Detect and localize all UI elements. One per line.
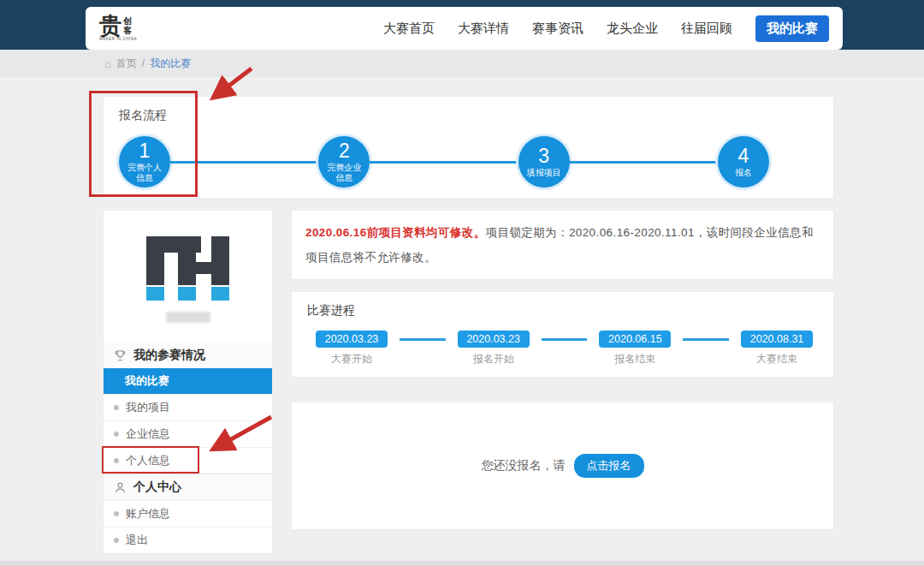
step-connector [170,161,318,164]
site-logo[interactable]: 贵 创 客 MAKER IN CHINA [99,15,137,42]
notice-highlight: 2020.06.16前项目资料均可修改。 [305,226,486,239]
milestone-start: 2020.03.23 大赛开始 [316,331,388,348]
menu-item-label: 企业信息 [126,426,170,442]
menu-item-label: 我的比赛 [125,373,169,389]
nav-item-past[interactable]: 往届回顾 [681,21,732,37]
milestone-date-pill: 2020.03.23 [458,331,530,348]
logo-mascot-glyph: 贵 [99,15,121,37]
step-number: 4 [738,146,749,166]
milestone-date-pill: 2020.03.23 [316,331,388,348]
step-number: 2 [339,141,350,161]
milestone-signup-end: 2020.06.15 报名结束 [599,331,671,348]
step-label: 填报项目 [522,168,566,178]
step-3-circle[interactable]: 3 填报项目 [518,136,570,188]
lock-period-notice: 2020.06.16前项目资料均可修改。项目锁定期为：2020.06.16-20… [291,210,834,280]
bullet-dot-icon [114,458,119,463]
menu-section-participation: 我的参赛情况 [104,343,272,368]
menu-section-personal-center: 个人中心 [104,474,272,500]
site-header: 贵 创 客 MAKER IN CHINA 大赛首页 大赛详情 赛事资讯 龙头企业… [86,7,843,50]
nav-item-home[interactable]: 大赛首页 [383,21,435,37]
competition-progress-card: 比赛进程 2020.03.23 大赛开始 2020.03.23 报名开始 202… [291,291,834,378]
milestone-label: 大赛开始 [316,352,388,366]
timeline-connector [542,338,588,341]
breadcrumb: ⌂ 首页 / 我的比赛 [0,50,924,77]
milestone-date-pill: 2020.06.15 [599,331,671,348]
milestone-label: 大赛结束 [741,352,813,366]
click-to-register-button[interactable]: 点击报名 [574,454,644,478]
registration-process-card: 报名流程 1 完善个人信息 2 完善企业信息 3 填报项目 4 报名 [103,96,834,199]
step-connector [370,161,518,164]
step-connector [570,161,718,164]
nav-item-enterprises[interactable]: 龙头企业 [607,21,658,37]
competition-timeline: 2020.03.23 大赛开始 2020.03.23 报名开始 2020.06.… [307,331,818,348]
process-title: 报名流程 [119,108,167,123]
breadcrumb-current: 我的比赛 [150,57,191,71]
registration-status-card: 您还没报名，请 点击报名 [291,402,834,530]
sidebar-item-logout[interactable]: 退出 [104,527,272,553]
step-1-circle[interactable]: 1 完善个人信息 [119,136,170,188]
menu-item-label: 我的项目 [126,400,170,415]
milestone-end: 2020.08.31 大赛结束 [741,331,813,348]
menu-item-label: 退出 [126,533,148,548]
timeline-connector [683,338,729,341]
home-icon: ⌂ [104,57,111,70]
nav-item-news[interactable]: 赛事资讯 [532,21,583,37]
milestone-label: 报名开始 [458,352,530,366]
logo-char-1: 创 [123,17,132,26]
step-number: 3 [538,146,549,166]
avatar-logo [146,236,230,301]
breadcrumb-separator: / [142,57,145,69]
sidebar-item-company-info[interactable]: 企业信息 [104,420,272,447]
step-label: 完善个人信息 [119,163,170,183]
bottom-strip [0,561,924,566]
milestone-signup-start: 2020.03.23 报名开始 [458,331,530,348]
trophy-icon [114,349,127,362]
main-content: 2020.06.16前项目资料均可修改。项目锁定期为：2020.06.16-20… [291,210,834,530]
avatar-card [103,210,273,343]
milestone-date-pill: 2020.08.31 [741,331,813,348]
step-2-circle[interactable]: 2 完善企业信息 [318,136,370,188]
step-4-circle[interactable]: 4 报名 [718,136,769,188]
breadcrumb-home-link[interactable]: 首页 [116,57,137,71]
bullet-dot-icon [114,432,119,437]
nav-item-details[interactable]: 大赛详情 [458,21,509,37]
sidebar-item-my-projects[interactable]: 我的项目 [104,394,272,420]
sidebar-item-personal-info[interactable]: 个人信息 [104,447,272,474]
progress-title: 比赛进程 [307,303,818,319]
step-label: 完善企业信息 [318,163,370,183]
sidebar: 我的参赛情况 我的比赛 我的项目 企业信息 个人信息 个人中心 [103,210,273,554]
bullet-dot-icon [114,538,119,543]
user-icon [114,481,127,494]
bullet-dot-icon [114,511,119,516]
bullet-dot-icon [114,405,119,410]
sidebar-menu: 我的参赛情况 我的比赛 我的项目 企业信息 个人信息 个人中心 [103,343,273,554]
menu-item-label: 账户信息 [126,506,170,521]
milestone-label: 报名结束 [599,352,671,366]
step-label: 报名 [730,168,757,178]
process-steps: 1 完善个人信息 2 完善企业信息 3 填报项目 4 报名 [119,131,769,193]
registration-message: 您还没报名，请 [482,458,566,474]
sidebar-item-my-competition[interactable]: 我的比赛 [104,368,272,394]
nav-item-my-competition-button[interactable]: 我的比赛 [755,15,829,42]
logo-char-2: 客 [123,27,132,35]
logo-tagline: MAKER IN CHINA [99,38,137,42]
menu-section-title: 个人中心 [133,480,181,495]
masked-username [166,312,210,323]
main-nav: 大赛首页 大赛详情 赛事资讯 龙头企业 往届回顾 我的比赛 [383,15,829,42]
timeline-connector [400,338,446,341]
menu-item-label: 个人信息 [126,453,170,468]
menu-section-title: 我的参赛情况 [133,348,205,363]
step-number: 1 [139,141,151,161]
sidebar-item-account-info[interactable]: 账户信息 [104,500,272,527]
